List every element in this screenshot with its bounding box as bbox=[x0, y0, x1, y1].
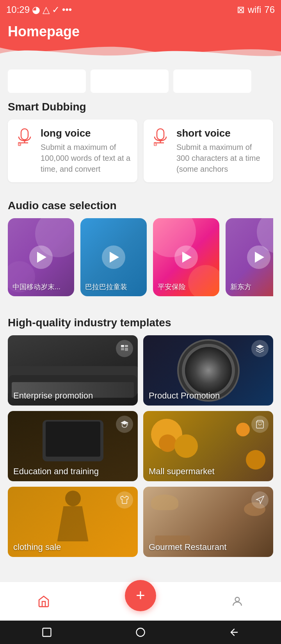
long-voice-card[interactable]: 长 long voice Submit a maximum of 100,000… bbox=[8, 119, 137, 182]
svg-rect-17 bbox=[43, 628, 51, 637]
product-name: Product Promotion bbox=[149, 391, 220, 401]
enterprise-content: Enterprise promotion bbox=[8, 386, 138, 406]
long-voice-icon: 长 bbox=[14, 127, 35, 152]
home-icon bbox=[37, 595, 50, 608]
education-content: Education and training bbox=[8, 462, 138, 481]
add-icon: + bbox=[136, 587, 145, 604]
mall-name: Mall supermarket bbox=[149, 466, 215, 477]
svg-rect-11 bbox=[121, 348, 124, 349]
svg-rect-5 bbox=[157, 129, 164, 140]
sys-circle-btn[interactable] bbox=[133, 624, 148, 640]
template-card-enterprise[interactable]: Enterprise promotion bbox=[8, 335, 138, 406]
clothing-content: clothing sale bbox=[8, 537, 138, 557]
system-navigation bbox=[0, 621, 281, 644]
industry-templates-title: High-quality industry templates bbox=[8, 317, 273, 329]
audio-case-title: Audio case selection bbox=[8, 199, 273, 212]
back-icon bbox=[229, 627, 240, 638]
mall-content: Mall supermarket bbox=[143, 462, 273, 481]
gourmet-icon bbox=[251, 491, 269, 509]
svg-rect-10 bbox=[121, 345, 124, 347]
audio-case-section: Audio case selection 中国移动岁末... 巴拉巴拉童装 平安… bbox=[0, 192, 281, 298]
play-button-1[interactable] bbox=[102, 246, 125, 269]
play-button-3[interactable] bbox=[247, 246, 270, 269]
template-card-gourmet[interactable]: Gourmet Restaurant bbox=[143, 487, 273, 557]
audio-label-0: 中国移动岁末... bbox=[12, 282, 60, 292]
blob-4 bbox=[188, 265, 219, 296]
banner-item-3[interactable] bbox=[173, 69, 251, 93]
svg-rect-12 bbox=[121, 349, 124, 350]
template-grid: Enterprise promotion Product Promotion bbox=[8, 335, 273, 557]
circle-icon bbox=[135, 627, 146, 638]
wave-decoration bbox=[0, 40, 281, 63]
long-voice-text: long voice Submit a maximum of 100,000 w… bbox=[41, 127, 131, 174]
svg-rect-14 bbox=[125, 348, 128, 351]
sys-back-btn[interactable] bbox=[226, 624, 242, 640]
square-icon bbox=[41, 627, 52, 638]
gourmet-name: Gourmet Restaurant bbox=[149, 542, 226, 552]
audio-item-2[interactable]: 平安保险 bbox=[153, 218, 219, 296]
battery-level: 76 bbox=[264, 4, 275, 15]
audio-item-0[interactable]: 中国移动岁末... bbox=[8, 218, 74, 296]
svg-rect-13 bbox=[125, 345, 128, 347]
status-right: ⊠ wifi 76 bbox=[237, 4, 275, 15]
product-content: Product Promotion bbox=[143, 386, 273, 406]
short-voice-card[interactable]: 短 short voice Submit a maximum of 300 ch… bbox=[144, 119, 273, 182]
gourmet-content: Gourmet Restaurant bbox=[143, 537, 273, 557]
audio-item-3[interactable]: 新东方 bbox=[226, 218, 273, 296]
enterprise-name: Enterprise promotion bbox=[13, 391, 93, 401]
banner-item-2[interactable] bbox=[91, 69, 169, 93]
education-icon bbox=[116, 416, 133, 433]
banner-item-1[interactable] bbox=[8, 69, 86, 93]
battery-icon: ⊠ bbox=[237, 4, 245, 15]
clothing-name: clothing sale bbox=[13, 542, 61, 552]
audio-scroll-list[interactable]: 中国移动岁末... 巴拉巴拉童装 平安保险 新东方 bbox=[8, 218, 273, 298]
svg-rect-0 bbox=[21, 129, 28, 140]
play-button-0[interactable] bbox=[29, 246, 53, 269]
page-title: Homepage bbox=[8, 23, 273, 40]
svg-text:短: 短 bbox=[154, 143, 157, 146]
status-icon-2: △ bbox=[43, 4, 50, 15]
bottom-navigation: + bbox=[0, 582, 281, 621]
nav-home[interactable] bbox=[37, 595, 50, 608]
mall-icon bbox=[251, 416, 269, 433]
enterprise-icon bbox=[116, 340, 133, 357]
audio-item-1[interactable]: 巴拉巴拉童装 bbox=[80, 218, 147, 296]
profile-icon bbox=[231, 595, 244, 608]
banner-scroll[interactable] bbox=[0, 63, 281, 93]
education-name: Education and training bbox=[13, 466, 99, 477]
nav-profile[interactable] bbox=[231, 595, 244, 608]
sys-square-btn[interactable] bbox=[39, 624, 55, 640]
status-icon-1: ◕ bbox=[32, 4, 40, 15]
template-card-product[interactable]: Product Promotion bbox=[143, 335, 273, 406]
product-icon bbox=[251, 340, 269, 357]
smart-dubbing-title: Smart Dubbing bbox=[8, 101, 273, 113]
status-icon-4: ••• bbox=[62, 4, 72, 15]
nav-add-button[interactable]: + bbox=[125, 580, 156, 611]
long-voice-description: Submit a maximum of 100,000 words of tex… bbox=[41, 142, 131, 174]
audio-label-3: 新东方 bbox=[230, 282, 251, 292]
audio-label-1: 巴拉巴拉童装 bbox=[85, 282, 127, 292]
clothing-icon bbox=[116, 491, 133, 509]
long-voice-title: long voice bbox=[41, 127, 131, 139]
short-voice-title: short voice bbox=[176, 127, 267, 139]
audio-label-2: 平安保险 bbox=[158, 282, 186, 292]
svg-text:长: 长 bbox=[18, 143, 21, 146]
template-card-mall[interactable]: Mall supermarket bbox=[143, 411, 273, 481]
svg-point-16 bbox=[235, 597, 240, 601]
status-time: 10:29 bbox=[6, 4, 30, 15]
wifi-icon: wifi bbox=[248, 4, 261, 15]
short-voice-description: Submit a maximum of 300 characters at a … bbox=[176, 142, 267, 174]
status-left: 10:29 ◕ △ ✓ ••• bbox=[6, 4, 72, 15]
svg-point-18 bbox=[137, 628, 145, 637]
template-card-education[interactable]: Education and training bbox=[8, 411, 138, 481]
status-bar: 10:29 ◕ △ ✓ ••• ⊠ wifi 76 bbox=[0, 0, 281, 20]
smart-dubbing-section: Smart Dubbing 长 long voice Submit a maxi… bbox=[0, 93, 281, 182]
play-button-2[interactable] bbox=[174, 246, 198, 269]
short-voice-icon: 短 bbox=[150, 127, 171, 152]
template-card-clothing[interactable]: clothing sale bbox=[8, 487, 138, 557]
status-icon-3: ✓ bbox=[52, 4, 60, 15]
industry-templates-section: High-quality industry templates Enterpri… bbox=[0, 309, 281, 557]
short-voice-text: short voice Submit a maximum of 300 char… bbox=[176, 127, 267, 174]
dubbing-grid: 长 long voice Submit a maximum of 100,000… bbox=[8, 119, 273, 182]
